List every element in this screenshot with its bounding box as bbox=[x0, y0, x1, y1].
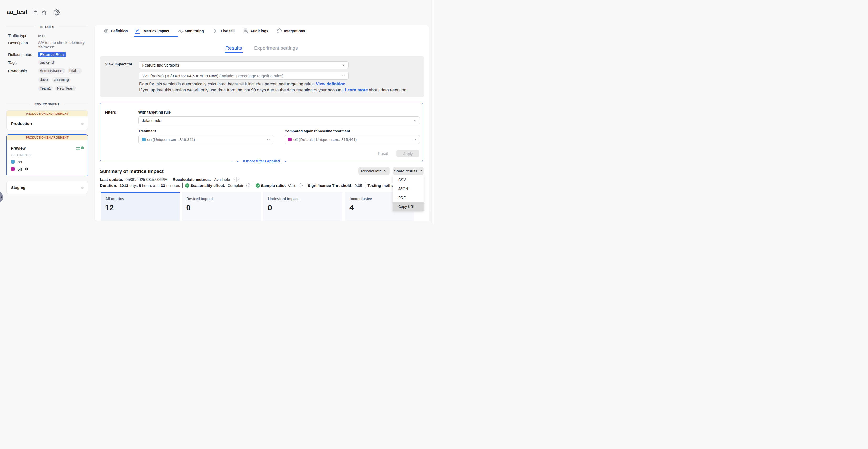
svg-text:?: ? bbox=[300, 184, 301, 187]
svg-text:?: ? bbox=[248, 184, 249, 187]
